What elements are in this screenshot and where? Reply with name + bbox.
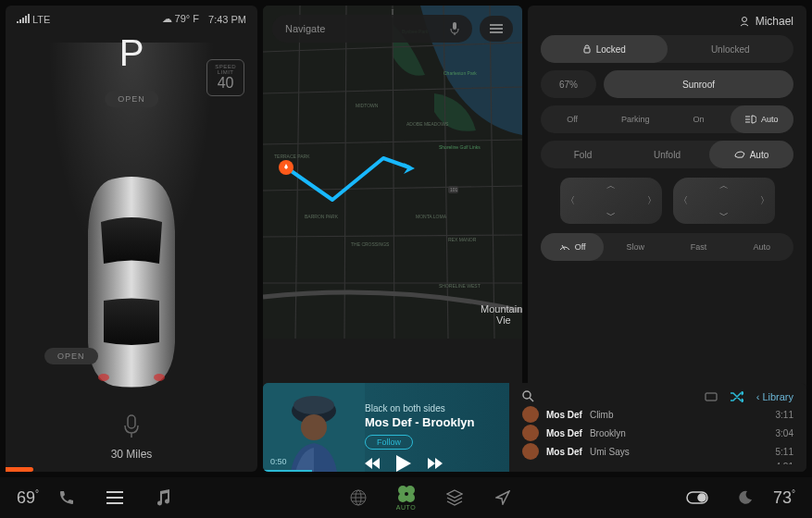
user-icon [739, 16, 750, 27]
svg-text:Vie: Vie [496, 314, 511, 326]
lock-icon [582, 44, 592, 54]
music-button[interactable] [143, 489, 183, 506]
track-row[interactable]: Mos DefBrooklyn3:04 [522, 425, 793, 441]
map-menu-button[interactable] [480, 16, 513, 42]
svg-text:Charleston Park: Charleston Park [443, 70, 477, 76]
browser-button[interactable] [338, 489, 379, 506]
mirrors-fold[interactable]: Fold [541, 150, 625, 160]
mirrors-unfold[interactable]: Unfold [625, 150, 709, 160]
search-icon[interactable] [522, 390, 534, 402]
night-mode-button[interactable] [725, 490, 766, 505]
svg-point-21 [742, 18, 746, 22]
weather: ☁ 79° F [162, 13, 199, 25]
car-panel: LTE ☁ 79° F 7:43 PM P SPEEDLIMIT 40 OPEN [6, 6, 257, 472]
play-button[interactable] [396, 455, 411, 472]
svg-rect-28 [706, 393, 717, 401]
sunroof-percentage[interactable]: 67% [541, 70, 596, 98]
mic-button[interactable] [6, 405, 257, 444]
svg-text:MIDTOWN: MIDTOWN [356, 103, 379, 108]
track-row[interactable]: -4:21 [522, 462, 793, 464]
chevron-right-icon[interactable]: 〉 [760, 194, 769, 207]
svg-point-25 [294, 396, 334, 414]
svg-text:Shoreline Golf Links: Shoreline Golf Links [439, 144, 481, 150]
svg-text:SHORELINE WEST: SHORELINE WEST [439, 283, 481, 289]
phone-button[interactable] [46, 489, 87, 506]
follow-button[interactable]: Follow [365, 435, 413, 450]
elapsed-time: 0:50 [270, 457, 287, 466]
passenger-temp[interactable]: 73° [773, 488, 795, 508]
mic-icon[interactable] [450, 22, 459, 35]
trunk-button[interactable]: OPEN [44, 348, 98, 364]
climate-auto-button[interactable]: AUTO [386, 485, 427, 511]
driver-temp[interactable]: 69° [17, 488, 39, 508]
lights-off[interactable]: Off [541, 115, 604, 124]
svg-point-0 [98, 374, 109, 381]
progress-bar[interactable] [263, 470, 312, 472]
menu-button[interactable] [94, 491, 135, 504]
lights-auto[interactable]: Auto [731, 105, 793, 133]
clock: 7:43 PM [208, 14, 246, 25]
svg-text:101: 101 [450, 187, 458, 192]
navigation-button[interactable] [482, 490, 523, 505]
track-list: Mos DefClimb3:11 Mos DefBrooklyn3:04 Mos… [522, 406, 793, 464]
mirrors-mode-toggle: Fold Unfold Auto [541, 141, 793, 168]
wiper-fast[interactable]: Fast [668, 242, 731, 252]
mirrors-auto[interactable]: Auto [709, 141, 793, 168]
svg-text:THE CROSSINGS: THE CROSSINGS [351, 241, 390, 247]
svg-text:Mountain: Mountain [481, 303, 522, 314]
svg-point-37 [698, 494, 706, 501]
svg-point-35 [405, 492, 408, 496]
chevron-down-icon[interactable]: ﹀ [719, 209, 729, 222]
track-row[interactable]: Mos DefUmi Says5:11 [522, 443, 793, 460]
lock-option-unlocked[interactable]: Unlocked [668, 44, 794, 55]
lock-option-locked[interactable]: Locked [541, 35, 668, 63]
svg-text:REX MANOR: REX MANOR [448, 237, 477, 242]
range-display: 30 Miles [6, 444, 257, 472]
lights-parking[interactable]: Parking [604, 115, 667, 124]
wiper-toggle: Off Slow Fast Auto [541, 233, 793, 261]
svg-text:MONTA LOMA: MONTA LOMA [416, 214, 447, 219]
layers-button[interactable] [434, 489, 475, 506]
headlight-icon [745, 115, 756, 124]
signal-indicator: LTE [17, 14, 50, 25]
lights-on[interactable]: On [668, 115, 731, 124]
chevron-down-icon[interactable]: ﹀ [606, 209, 616, 222]
svg-rect-22 [584, 48, 590, 53]
chevron-right-icon[interactable]: 〉 [647, 194, 656, 207]
queue-icon[interactable] [705, 392, 718, 401]
wiper-slow[interactable]: Slow [604, 242, 667, 252]
left-mirror-adjust[interactable]: ︿ ﹀ 〈 〉 [560, 178, 662, 224]
svg-rect-20 [453, 22, 456, 30]
status-bar: LTE ☁ 79° F 7:43 PM [6, 6, 257, 32]
sunroof-button[interactable]: Sunroof [604, 70, 793, 98]
svg-point-26 [301, 414, 327, 440]
library-link[interactable]: ‹ Library [756, 391, 793, 402]
wiper-icon [559, 243, 570, 251]
chevron-up-icon[interactable]: ︿ [606, 179, 616, 192]
track-row[interactable]: Mos DefClimb3:11 [522, 406, 793, 423]
avatar [522, 406, 539, 423]
shuffle-icon[interactable] [731, 391, 743, 402]
track-title: Mos Def - Brooklyn [365, 415, 502, 429]
chevron-left-icon[interactable]: 〈 [679, 194, 688, 207]
media-panel: Black on both sides Mos Def - Brooklyn F… [263, 383, 806, 472]
lock-toggle: Locked Unlocked [541, 35, 793, 63]
chevron-left-icon[interactable]: 〈 [566, 194, 575, 207]
next-button[interactable] [428, 458, 443, 469]
battery-accent [6, 467, 33, 472]
right-mirror-adjust[interactable]: ︿ ﹀ 〈 〉 [673, 178, 775, 224]
user-profile[interactable]: Michael [541, 15, 793, 28]
chevron-up-icon[interactable]: ︿ [719, 179, 729, 192]
svg-text:TERRACE PARK: TERRACE PARK [274, 154, 310, 159]
toggle-button[interactable] [677, 491, 718, 504]
map-canvas[interactable]: Byxbee Park Charleston Park MIDTOWN ADOB… [263, 6, 522, 339]
previous-button[interactable] [365, 458, 380, 469]
wiper-auto[interactable]: Auto [731, 242, 793, 252]
navigate-input[interactable]: Navigate [272, 15, 472, 43]
wiper-off[interactable]: Off [541, 233, 604, 261]
album-name: Black on both sides [365, 403, 502, 413]
car-visualization [6, 74, 257, 405]
lights-toggle: Off Parking On Auto [541, 105, 793, 133]
bottom-dock: 69° AUTO 73° [0, 477, 812, 518]
svg-point-27 [523, 391, 531, 399]
